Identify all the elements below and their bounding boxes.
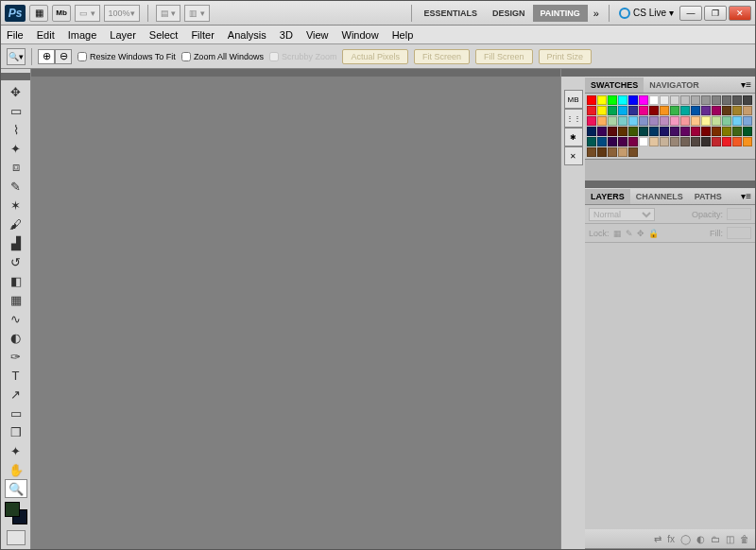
- brush-tool[interactable]: 🖌: [5, 215, 27, 233]
- swatch[interactable]: [649, 116, 659, 126]
- menu-image[interactable]: Image: [68, 29, 97, 41]
- swatch[interactable]: [680, 106, 690, 115]
- swatch[interactable]: [743, 116, 752, 126]
- menu-view[interactable]: View: [306, 29, 329, 41]
- swatch[interactable]: [722, 106, 731, 115]
- swatch[interactable]: [670, 106, 679, 115]
- new-layer-icon[interactable]: ◫: [726, 534, 734, 544]
- swatch[interactable]: [732, 127, 742, 136]
- extras-dropdown[interactable]: ▥ ▾: [184, 5, 210, 22]
- swatch[interactable]: [680, 127, 690, 136]
- swatch[interactable]: [587, 127, 596, 136]
- type-tool[interactable]: T: [5, 366, 27, 385]
- swatch[interactable]: [618, 95, 627, 105]
- eyedropper-tool[interactable]: ✎: [5, 177, 27, 196]
- swatch[interactable]: [732, 95, 742, 105]
- panel-menu-icon[interactable]: ▾≡: [737, 79, 755, 90]
- cs-live-button[interactable]: CS Live ▾: [619, 8, 674, 19]
- screen-mode-dropdown[interactable]: ▭ ▾: [75, 5, 100, 22]
- swatch[interactable]: [618, 127, 627, 136]
- swatch[interactable]: [670, 95, 679, 105]
- swatch[interactable]: [660, 95, 669, 105]
- opacity-field[interactable]: [727, 208, 751, 220]
- eraser-tool[interactable]: ◧: [5, 271, 27, 290]
- panel-grip[interactable]: [1, 73, 30, 80]
- swatch[interactable]: [618, 137, 627, 146]
- lasso-tool[interactable]: ⌇: [5, 120, 27, 139]
- swatch[interactable]: [722, 137, 731, 146]
- minimize-button[interactable]: —: [679, 6, 702, 21]
- swatch[interactable]: [597, 137, 607, 146]
- swatch[interactable]: [628, 137, 638, 146]
- menu-select[interactable]: Select: [149, 29, 179, 41]
- dodge-tool[interactable]: ◐: [5, 328, 27, 347]
- current-tool-icon[interactable]: 🔍▾: [7, 48, 26, 65]
- swatch[interactable]: [712, 106, 721, 115]
- swatch[interactable]: [743, 127, 752, 136]
- swatch[interactable]: [701, 127, 711, 136]
- swatch[interactable]: [618, 147, 627, 157]
- swatch[interactable]: [587, 106, 596, 115]
- panel-menu-icon[interactable]: ▾≡: [737, 191, 755, 201]
- swatch[interactable]: [639, 127, 648, 136]
- panel-grip[interactable]: [585, 69, 755, 77]
- swatch[interactable]: [639, 116, 648, 126]
- shape-tool[interactable]: ▭: [5, 404, 27, 422]
- blur-tool[interactable]: ∿: [5, 309, 27, 328]
- swatch[interactable]: [743, 137, 752, 146]
- swatch[interactable]: [587, 147, 596, 157]
- swatch[interactable]: [608, 106, 617, 115]
- swatch[interactable]: [660, 116, 669, 126]
- swatch[interactable]: [608, 127, 617, 136]
- workspace-design[interactable]: DESIGN: [485, 5, 533, 22]
- 3d-tool[interactable]: ❒: [5, 422, 27, 441]
- swatch[interactable]: [670, 137, 679, 146]
- lock-move-icon[interactable]: ✥: [637, 229, 644, 238]
- camera-tool[interactable]: ✦: [5, 441, 27, 460]
- workspace-painting[interactable]: PAINTING: [533, 5, 588, 22]
- path-tool[interactable]: ↗: [5, 385, 27, 404]
- swatch[interactable]: [743, 106, 752, 115]
- color-swatches[interactable]: [5, 502, 27, 524]
- swatch[interactable]: [608, 95, 617, 105]
- swatch[interactable]: [680, 116, 690, 126]
- swatch[interactable]: [639, 137, 648, 146]
- swatch[interactable]: [660, 137, 669, 146]
- swatch[interactable]: [597, 106, 607, 115]
- stamp-tool[interactable]: ▟: [5, 233, 27, 252]
- swatch[interactable]: [618, 106, 627, 115]
- swatch[interactable]: [691, 137, 700, 146]
- menu-edit[interactable]: Edit: [37, 29, 55, 41]
- workspace-essentials[interactable]: ESSENTIALS: [416, 5, 485, 22]
- fill-screen-button[interactable]: Fill Screen: [475, 49, 533, 64]
- swatch[interactable]: [722, 116, 731, 126]
- actual-pixels-button[interactable]: Actual Pixels: [342, 49, 408, 64]
- delete-layer-icon[interactable]: 🗑: [740, 534, 749, 544]
- mini-bridge-button[interactable]: Mb: [52, 5, 71, 22]
- swatch[interactable]: [587, 137, 596, 146]
- swatch[interactable]: [701, 116, 711, 126]
- layer-fx-icon[interactable]: fx: [667, 534, 675, 544]
- swatch[interactable]: [587, 95, 596, 105]
- menu-window[interactable]: Window: [342, 29, 379, 41]
- swatch[interactable]: [649, 106, 659, 115]
- panel-grip[interactable]: [561, 69, 585, 77]
- link-layers-icon[interactable]: ⇄: [654, 534, 662, 544]
- swatch[interactable]: [732, 116, 742, 126]
- bridge-icon[interactable]: ▦: [29, 5, 48, 22]
- fill-field[interactable]: [727, 227, 751, 239]
- restore-button[interactable]: ❐: [704, 6, 727, 21]
- swatch[interactable]: [732, 106, 742, 115]
- group-icon[interactable]: 🗀: [711, 534, 720, 544]
- menu-file[interactable]: File: [7, 29, 24, 41]
- menu-help[interactable]: Help: [392, 29, 414, 41]
- menu-3d[interactable]: 3D: [280, 29, 293, 41]
- swatch[interactable]: [608, 116, 617, 126]
- zoom-out-icon[interactable]: ⊖: [55, 49, 72, 64]
- swatch[interactable]: [701, 137, 711, 146]
- swatch[interactable]: [649, 137, 659, 146]
- swatch[interactable]: [680, 137, 690, 146]
- tool-presets-icon[interactable]: ✕: [564, 146, 583, 165]
- tab-swatches[interactable]: SWATCHES: [585, 77, 644, 93]
- swatch[interactable]: [732, 137, 742, 146]
